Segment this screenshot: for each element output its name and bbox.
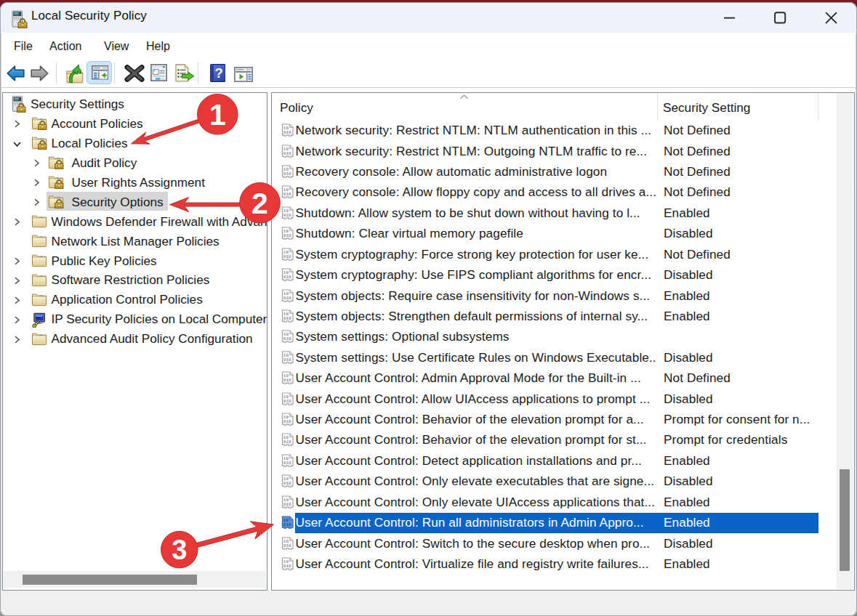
svg-text:?: ?	[214, 66, 222, 81]
